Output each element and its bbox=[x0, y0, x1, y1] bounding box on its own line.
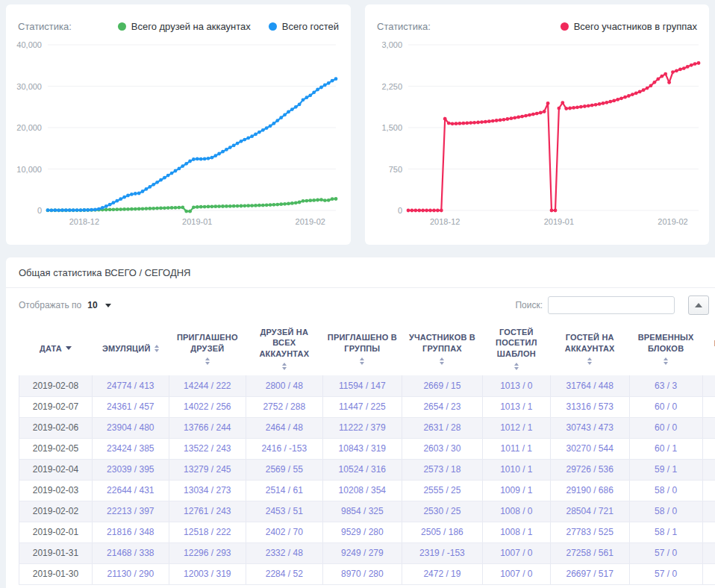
stat-value-link[interactable]: 9249 / 279 bbox=[322, 542, 402, 563]
stat-value-link[interactable]: 2752 / 288 bbox=[246, 396, 322, 417]
stat-value-link[interactable]: 1011 / 1 bbox=[483, 438, 551, 459]
stat-value-link[interactable]: 12296 / 293 bbox=[169, 542, 246, 563]
stat-value-link[interactable]: 64 / bbox=[702, 396, 715, 417]
stat-value-link[interactable]: 22644 / 431 bbox=[92, 480, 169, 501]
stat-value-link[interactable]: 27783 / 525 bbox=[550, 522, 629, 542]
stat-value-link[interactable]: 2800 / 48 bbox=[246, 375, 322, 396]
stat-value-link[interactable]: 2530 / 25 bbox=[402, 501, 482, 522]
stat-value-link[interactable]: 23039 / 395 bbox=[92, 459, 169, 480]
stat-value-link[interactable]: 2514 / 61 bbox=[246, 480, 322, 501]
stat-value-link[interactable]: 64 / bbox=[702, 375, 715, 396]
stat-value-link[interactable]: 13522 / 243 bbox=[169, 438, 246, 459]
stat-value-link[interactable]: 2603 / 30 bbox=[402, 438, 482, 459]
stat-value-link[interactable]: 57 / 0 bbox=[629, 563, 702, 584]
stat-value-link[interactable]: 2472 / 19 bbox=[402, 563, 482, 584]
stat-value-link[interactable]: 1013 / 1 bbox=[483, 396, 551, 417]
stat-value-link[interactable]: 2569 / 55 bbox=[246, 459, 322, 480]
stat-value-link[interactable]: 9529 / 280 bbox=[322, 522, 402, 542]
stat-value-link[interactable]: 1009 / 1 bbox=[483, 480, 551, 501]
stat-value-link[interactable]: 2555 / 25 bbox=[402, 480, 482, 501]
stat-value-link[interactable]: 1010 / 1 bbox=[483, 459, 551, 480]
column-header-0[interactable]: ДАТА bbox=[19, 322, 93, 375]
stat-value-link[interactable]: 2453 / 51 bbox=[246, 501, 322, 522]
column-header-2[interactable]: ПРИГЛАШЕНО ДРУЗЕЙ bbox=[169, 322, 246, 375]
stat-value-link[interactable]: 11594 / 147 bbox=[322, 375, 402, 396]
stat-value-link[interactable]: 59 / 1 bbox=[629, 459, 702, 480]
column-header-3[interactable]: ДРУЗЕЙ НА ВСЕХ АККАУНТАХ bbox=[246, 322, 322, 375]
stat-value-link[interactable]: 1012 / 1 bbox=[483, 417, 551, 438]
stat-value-link[interactable]: 64 / bbox=[702, 417, 715, 438]
stat-value-link[interactable]: 64 / bbox=[702, 459, 715, 480]
stat-value-link[interactable]: 23424 / 385 bbox=[92, 438, 169, 459]
stat-value-link[interactable]: 2631 / 28 bbox=[402, 417, 482, 438]
column-header-7[interactable]: ГОСТЕЙ НА АККАУНТАХ bbox=[550, 322, 629, 375]
stat-value-link[interactable]: 1007 / 0 bbox=[483, 563, 551, 584]
stat-value-link[interactable]: 2464 / 48 bbox=[246, 417, 322, 438]
stat-value-link[interactable]: 8970 / 280 bbox=[322, 563, 402, 584]
stat-value-link[interactable]: 29190 / 686 bbox=[550, 480, 629, 501]
stat-value-link[interactable]: 63 / 3 bbox=[629, 375, 702, 396]
stat-value-link[interactable]: 64 / bbox=[702, 501, 715, 522]
stat-value-link[interactable]: 58 / 0 bbox=[629, 480, 702, 501]
stat-value-link[interactable]: 13279 / 245 bbox=[169, 459, 246, 480]
column-header-4[interactable]: ПРИГЛАШЕНО В ГРУППЫ bbox=[322, 322, 402, 375]
legend-item[interactable]: Всего друзей на аккаунтах bbox=[118, 21, 251, 32]
stat-value-link[interactable]: 11222 / 379 bbox=[322, 417, 402, 438]
stat-value-link[interactable]: 22213 / 397 bbox=[92, 501, 169, 522]
column-header-8[interactable]: ВРЕМЕННЫХ БЛОКОВ bbox=[629, 322, 702, 375]
stat-value-link[interactable]: 14022 / 256 bbox=[169, 396, 246, 417]
stat-value-link[interactable]: 11447 / 225 bbox=[322, 396, 402, 417]
stat-value-link[interactable]: 27258 / 561 bbox=[550, 542, 629, 563]
column-header-1[interactable]: ЭМУЛЯЦИЙ bbox=[92, 322, 169, 375]
stat-value-link[interactable]: 28504 / 721 bbox=[550, 501, 629, 522]
stat-value-link[interactable]: 64 / bbox=[702, 522, 715, 542]
stat-value-link[interactable]: 60 / 1 bbox=[629, 438, 702, 459]
stat-value-link[interactable]: 21130 / 290 bbox=[92, 563, 169, 584]
stat-value-link[interactable]: 13034 / 273 bbox=[169, 480, 246, 501]
stat-value-link[interactable]: 60 / 0 bbox=[629, 417, 702, 438]
stat-value-link[interactable]: 24361 / 457 bbox=[92, 396, 169, 417]
column-header-9[interactable]: БЛОК НА СОВСЕ bbox=[702, 322, 715, 375]
stat-value-link[interactable]: 2284 / 52 bbox=[246, 563, 322, 584]
stat-value-link[interactable]: 24774 / 413 bbox=[92, 375, 169, 396]
stat-value-link[interactable]: 2505 / 186 bbox=[402, 522, 482, 542]
stat-value-link[interactable]: 9854 / 325 bbox=[322, 501, 402, 522]
column-header-5[interactable]: УЧАСТНИКОВ В ГРУППАХ bbox=[402, 322, 482, 375]
stat-value-link[interactable]: 2332 / 48 bbox=[246, 542, 322, 563]
search-input[interactable] bbox=[548, 296, 675, 314]
stat-value-link[interactable]: 2416 / -153 bbox=[246, 438, 322, 459]
stat-value-link[interactable]: 1007 / 0 bbox=[483, 542, 551, 563]
stat-value-link[interactable]: 58 / 0 bbox=[629, 501, 702, 522]
stat-value-link[interactable]: 2573 / 18 bbox=[402, 459, 482, 480]
stat-value-link[interactable]: 23904 / 480 bbox=[92, 417, 169, 438]
stat-value-link[interactable]: 30743 / 473 bbox=[550, 417, 629, 438]
stat-value-link[interactable]: 12003 / 319 bbox=[169, 563, 246, 584]
stat-value-link[interactable]: 29726 / 536 bbox=[550, 459, 629, 480]
scroll-top-button[interactable] bbox=[688, 295, 709, 315]
stat-value-link[interactable]: 64 / bbox=[702, 438, 715, 459]
stat-value-link[interactable]: 31316 / 573 bbox=[550, 396, 629, 417]
legend-item[interactable]: Всего участников в группах bbox=[561, 21, 697, 32]
stat-value-link[interactable]: 64 / bbox=[702, 563, 715, 584]
stat-value-link[interactable]: 2402 / 70 bbox=[246, 522, 322, 542]
stat-value-link[interactable]: 2654 / 23 bbox=[402, 396, 482, 417]
stat-value-link[interactable]: 1008 / 1 bbox=[483, 522, 551, 542]
stat-value-link[interactable]: 64 / bbox=[702, 542, 715, 563]
stat-value-link[interactable]: 57 / 0 bbox=[629, 542, 702, 563]
stat-value-link[interactable]: 30270 / 544 bbox=[550, 438, 629, 459]
stat-value-link[interactable]: 12761 / 243 bbox=[169, 501, 246, 522]
stat-value-link[interactable]: 10843 / 319 bbox=[322, 438, 402, 459]
stat-value-link[interactable]: 2319 / -153 bbox=[402, 542, 482, 563]
stat-value-link[interactable]: 26697 / 517 bbox=[550, 563, 629, 584]
page-size-select[interactable]: 10 bbox=[87, 300, 110, 310]
stat-value-link[interactable]: 13766 / 244 bbox=[169, 417, 246, 438]
legend-item[interactable]: Всего гостей bbox=[269, 21, 339, 32]
column-header-6[interactable]: ГОСТЕЙ ПОСЕТИЛ ШАБЛОН bbox=[483, 322, 551, 375]
stat-value-link[interactable]: 1013 / 0 bbox=[483, 375, 551, 396]
stat-value-link[interactable]: 10208 / 354 bbox=[322, 480, 402, 501]
stat-value-link[interactable]: 31764 / 448 bbox=[550, 375, 629, 396]
stat-value-link[interactable]: 60 / 0 bbox=[629, 396, 702, 417]
stat-value-link[interactable]: 2669 / 15 bbox=[402, 375, 482, 396]
stat-value-link[interactable]: 58 / 1 bbox=[629, 522, 702, 542]
stat-value-link[interactable]: 10524 / 316 bbox=[322, 459, 402, 480]
